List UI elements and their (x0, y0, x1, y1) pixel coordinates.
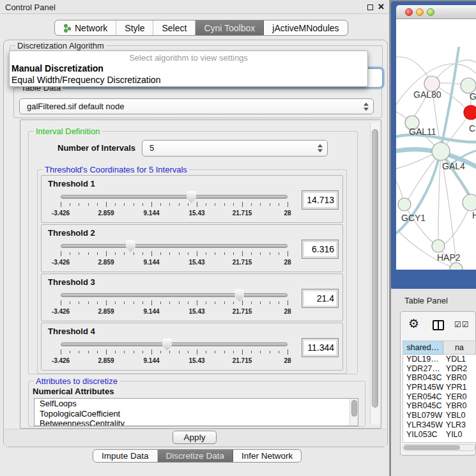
algorithm-popup: Select algorithm to view settings Manual… (9, 50, 368, 87)
node-label: GCY1 (401, 213, 426, 223)
tab-cyni-toolbox[interactable]: Cyni Toolbox (196, 20, 264, 35)
table-horizontal-scrollbar[interactable] (403, 444, 475, 451)
scrollbar-thumb[interactable] (372, 129, 378, 408)
network-nodes (398, 76, 476, 270)
column-header-shared-[interactable]: shared… (403, 341, 443, 355)
minimize-traffic-light-icon[interactable] (416, 8, 424, 16)
table-cell: YBR0 (443, 373, 476, 383)
close-icon[interactable]: ✕ (378, 2, 385, 12)
threshold-value-field[interactable]: 11.344 (302, 338, 339, 357)
tab-discretize-data[interactable]: Discretize Data (158, 450, 234, 462)
node-table[interactable]: shared…na YDL19…YDL1YDR27…YDR2YBR043CYBR… (403, 341, 476, 443)
slider-track[interactable] (61, 244, 288, 248)
apply-bar: Apply (4, 429, 387, 447)
number-of-intervals-label: Number of Intervals (58, 143, 135, 153)
table-rows: YDL19…YDL1YDR27…YDR2YBR043CYBR0YPR145WYP… (403, 355, 476, 439)
slider-track[interactable] (61, 293, 288, 297)
threshold-slider[interactable]: -3.4262.8599.14415.4321.71528 (61, 339, 288, 368)
table-cell: YBR045C (403, 401, 443, 411)
table-cell: YBR043C (403, 373, 443, 383)
tab-style[interactable]: Style (116, 20, 153, 35)
tab-label: jActiveMNodules (272, 23, 339, 33)
control-panel-titlebar: Control Panel ✕ (0, 0, 389, 14)
table-cell: YDL19… (403, 355, 443, 364)
network-node-gal4[interactable] (432, 142, 450, 160)
table-header-row: shared…na (403, 341, 476, 355)
zoom-traffic-light-icon[interactable] (427, 8, 434, 16)
numerical-attributes-list[interactable]: SelfLoopsTopologicalCoefficientBetweenne… (34, 398, 358, 426)
threshold-slider[interactable]: -3.4262.8599.14415.4321.71528 (61, 240, 288, 270)
column-header-na[interactable]: na (443, 341, 476, 355)
popup-item-equal-width-frequency-discretization[interactable]: Equal Width/Frequency Discretization (12, 75, 160, 85)
settings-scroll-panel: Interval Definition Number of Intervals … (20, 119, 381, 429)
network-graph: GAL80GCGAL11GAL4GCY1HHAP2 (396, 19, 476, 270)
attribute-item-selfloops[interactable]: SelfLoops (35, 399, 358, 409)
settings-vertical-scrollbar[interactable] (370, 123, 380, 424)
tab-label: Select (162, 23, 187, 33)
table-row[interactable]: YER054CYER0 (403, 392, 476, 402)
attributes-scrollbar[interactable] (349, 399, 358, 426)
table-cell: YBL0 (443, 411, 476, 420)
popup-item-manual-discretization[interactable]: Manual Discretization (12, 63, 104, 73)
network-node-c[interactable] (464, 105, 476, 119)
gear-icon[interactable]: ⚙ (408, 317, 419, 331)
table-row[interactable]: YBR045CYBR0 (403, 401, 476, 411)
control-panel-tabbar: NetworkStyleSelectCyni ToolboxjActiveMNo… (54, 20, 348, 36)
slider-tick-labels: -3.4262.8599.14415.4321.71528 (61, 259, 288, 266)
table-row[interactable]: YBL079WYBL0 (403, 411, 476, 420)
attribute-item-topologicalcoefficient[interactable]: TopologicalCoefficient (35, 409, 358, 419)
table-toolbar: ⚙ ☑☑ (401, 312, 475, 339)
table-row[interactable]: YBR043CYBR0 (403, 373, 476, 383)
node-label: H (472, 210, 476, 220)
network-node-gcy1[interactable] (398, 198, 411, 211)
threshold-value-field[interactable]: 21.4 (302, 289, 339, 308)
network-node-hap2[interactable] (432, 240, 445, 252)
scrollbar-thumb[interactable] (404, 445, 460, 450)
interval-definition-group-title: Interval Definition (34, 127, 102, 136)
table-data-combobox[interactable]: galFiltered.sif default node (19, 98, 374, 114)
combo-arrows-icon (364, 102, 369, 111)
table-cell: YLR3 (443, 420, 476, 430)
float-window-icon[interactable] (367, 4, 373, 10)
scrollbar-thumb[interactable] (351, 400, 357, 417)
tab-label: Infer Network (242, 451, 293, 461)
node-label: G (470, 91, 476, 102)
slider-track[interactable] (61, 342, 288, 346)
table-cell: YBR0 (443, 401, 476, 411)
threshold-slider[interactable]: -3.4262.8599.14415.4321.71528 (61, 191, 288, 220)
tab-impute-data[interactable]: Impute Data (93, 450, 158, 462)
table-cell: YER0 (443, 392, 476, 402)
slider-ticks (61, 202, 288, 208)
slider-ticks (61, 349, 288, 356)
threshold-label: Threshold 1 (48, 179, 95, 188)
table-row[interactable]: YLR345WYLR3 (403, 420, 476, 430)
table-row[interactable]: YDR27…YDR2 (403, 364, 476, 374)
tab-infer-network[interactable]: Infer Network (233, 450, 301, 462)
threshold-label: Threshold 3 (48, 277, 95, 287)
apply-button[interactable]: Apply (173, 431, 217, 444)
select-columns-icons[interactable]: ☑☑ (454, 320, 470, 329)
network-icon (63, 24, 72, 33)
split-view-icon[interactable] (433, 320, 444, 330)
threshold-slider[interactable]: -3.4262.8599.14415.4321.71528 (61, 289, 288, 319)
tab-jactivemnodules[interactable]: jActiveMNodules (264, 20, 347, 35)
table-row[interactable]: YIL053CYIL0 (403, 430, 476, 440)
threshold-panel-3: Threshold 3-3.4262.8599.14415.4321.71528… (41, 273, 343, 321)
close-traffic-light-icon[interactable] (405, 8, 413, 16)
slider-tick-labels: -3.4262.8599.14415.4321.71528 (61, 210, 288, 217)
table-row[interactable]: YDL19…YDL1 (403, 355, 476, 364)
network-node-h[interactable] (463, 194, 476, 211)
attribute-item-betweennesscentrality[interactable]: BetweennessCentrality (35, 418, 358, 426)
number-of-intervals-combobox[interactable]: 5 (142, 140, 328, 157)
threshold-value-field[interactable]: 14.713 (302, 190, 339, 210)
table-row[interactable]: YPR145WYPR1 (403, 383, 476, 392)
threshold-panel-2: Threshold 2-3.4262.8599.14415.4321.71528… (41, 224, 343, 272)
threshold-panel-1: Threshold 1-3.4262.8599.14415.4321.71528… (41, 175, 343, 223)
threshold-value-field[interactable]: 6.316 (302, 240, 339, 259)
numerical-attributes-label: Numerical Attributes (33, 387, 114, 396)
tab-network[interactable]: Network (55, 20, 116, 35)
network-canvas[interactable]: GAL80GCGAL11GAL4GCY1HHAP2 (396, 19, 476, 270)
tab-label: Discretize Data (166, 451, 225, 461)
slider-track[interactable] (61, 195, 288, 199)
tab-select[interactable]: Select (153, 20, 196, 35)
